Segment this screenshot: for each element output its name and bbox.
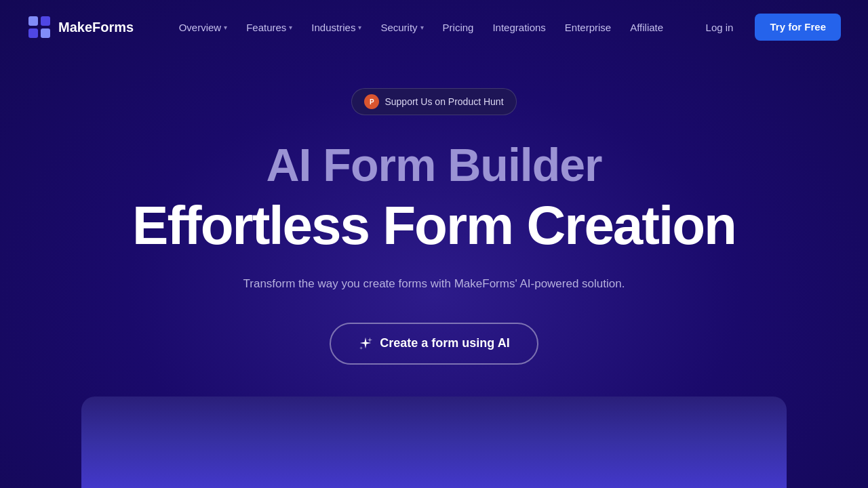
svg-rect-3	[41, 28, 50, 38]
nav-right: Log in Try for Free	[695, 14, 841, 41]
chevron-down-icon: ▾	[420, 24, 424, 31]
chevron-down-icon: ▾	[224, 24, 227, 31]
nav-item-features[interactable]: Features ▾	[238, 16, 300, 39]
hero-subtitle: AI Form Builder	[266, 140, 601, 190]
hero-title: Effortless Form Creation	[132, 196, 736, 256]
svg-rect-0	[28, 16, 38, 26]
hero-section: P Support Us on Product Hunt AI Form Bui…	[0, 54, 868, 365]
chevron-down-icon: ▾	[358, 24, 361, 31]
nav-item-overview[interactable]: Overview ▾	[171, 16, 236, 39]
nav-links: Overview ▾ Features ▾ Industries ▾ Secur…	[147, 16, 694, 39]
svg-rect-1	[41, 16, 50, 26]
nav-item-security[interactable]: Security ▾	[372, 16, 431, 39]
navbar: MakeForms Overview ▾ Features ▾ Industri…	[0, 0, 868, 54]
product-hunt-badge[interactable]: P Support Us on Product Hunt	[351, 88, 516, 115]
chevron-down-icon: ▾	[289, 24, 292, 31]
product-hunt-icon: P	[364, 94, 379, 109]
sparkle-icon	[358, 336, 373, 351]
login-button[interactable]: Log in	[695, 16, 745, 39]
logo-text: MakeForms	[58, 20, 134, 35]
svg-rect-2	[28, 28, 38, 38]
logo-icon	[27, 15, 52, 39]
try-free-button[interactable]: Try for Free	[755, 14, 841, 41]
logo[interactable]: MakeForms	[27, 15, 134, 39]
nav-item-integrations[interactable]: Integrations	[484, 16, 553, 39]
create-button-label: Create a form using AI	[380, 336, 509, 350]
nav-item-affiliate[interactable]: Affiliate	[622, 16, 671, 39]
nav-item-pricing[interactable]: Pricing	[435, 16, 482, 39]
nav-item-industries[interactable]: Industries ▾	[303, 16, 370, 39]
hero-description: Transform the way you create forms with …	[243, 274, 625, 293]
product-hunt-text: Support Us on Product Hunt	[384, 96, 503, 107]
preview-area	[81, 396, 787, 488]
create-ai-form-button[interactable]: Create a form using AI	[330, 323, 538, 365]
nav-item-enterprise[interactable]: Enterprise	[557, 16, 619, 39]
